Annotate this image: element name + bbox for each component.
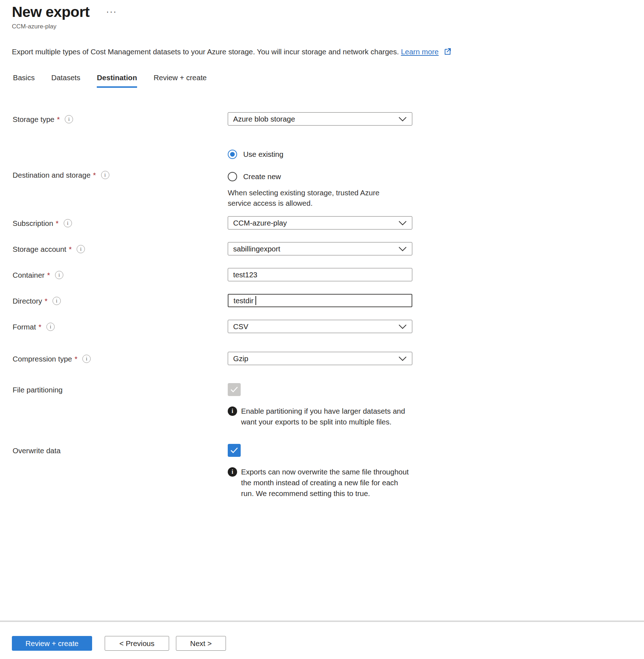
info-icon[interactable]: i (101, 171, 109, 179)
chevron-down-icon (398, 221, 407, 226)
chevron-down-icon (398, 117, 407, 122)
external-link-icon[interactable] (444, 47, 452, 55)
required-asterisk: * (57, 115, 60, 124)
info-icon[interactable]: i (65, 115, 73, 123)
radio-unselected-icon (228, 172, 237, 181)
more-options-icon[interactable]: ··· (106, 6, 117, 17)
file-partitioning-note-row: i Enable partitioning if you have larger… (0, 406, 644, 427)
storage-type-value: Azure blob storage (233, 115, 295, 123)
chevron-down-icon (398, 246, 407, 251)
storage-type-label: Storage type * i (13, 112, 228, 126)
subscription-row: Subscription * i CCM-azure-play (0, 216, 644, 229)
required-asterisk: * (93, 171, 96, 179)
breadcrumb-subtitle: CCM-azure-play (12, 23, 644, 30)
required-asterisk: * (38, 323, 41, 331)
page-title: New export (12, 4, 90, 21)
info-icon[interactable]: i (82, 355, 91, 363)
subscription-dropdown[interactable]: CCM-azure-play (228, 216, 412, 229)
destination-storage-radiogroup: Use existing Create new When selecting e… (228, 150, 412, 208)
storage-account-label: Storage account * i (13, 242, 228, 255)
previous-button[interactable]: < Previous (105, 636, 169, 651)
radio-create-new[interactable]: Create new (228, 172, 412, 181)
radio-selected-icon (228, 150, 237, 159)
info-filled-icon: i (228, 406, 237, 416)
directory-row: Directory * i (0, 294, 644, 307)
storage-account-value: sabillingexport (233, 245, 280, 253)
overwrite-data-label: Overwrite data (13, 444, 228, 457)
new-export-blade: New export ··· CCM-azure-play Export mul… (0, 0, 644, 659)
container-label: Container * i (13, 268, 228, 281)
tab-review-create[interactable]: Review + create (154, 73, 207, 88)
info-icon[interactable]: i (55, 271, 63, 279)
chevron-down-icon (398, 356, 407, 361)
required-asterisk: * (45, 297, 47, 305)
storage-account-dropdown[interactable]: sabillingexport (228, 242, 412, 255)
checkmark-icon (230, 386, 238, 393)
destination-storage-helper: When selecting existing storage, trusted… (228, 187, 400, 208)
checkmark-icon (230, 447, 238, 454)
wizard-tabs: Basics Datasets Destination Review + cre… (13, 73, 644, 88)
format-dropdown[interactable]: CSV (228, 320, 412, 333)
text-cursor (255, 296, 256, 305)
subscription-label: Subscription * i (13, 216, 228, 229)
overwrite-data-note: i Exports can now overwrite the same fil… (228, 467, 411, 499)
compression-type-label: Compression type * i (13, 352, 228, 365)
format-value: CSV (233, 322, 248, 331)
tab-destination[interactable]: Destination (97, 73, 137, 88)
info-icon[interactable]: i (77, 245, 85, 253)
overwrite-data-checkbox[interactable] (228, 444, 241, 457)
footer: Review + create < Previous Next > (0, 621, 644, 659)
compression-type-row: Compression type * i Gzip (0, 352, 644, 365)
description: Export multiple types of Cost Management… (12, 47, 644, 56)
header: New export ··· CCM-azure-play (0, 0, 644, 30)
container-input[interactable] (228, 268, 412, 281)
directory-label: Directory * i (13, 294, 228, 307)
info-icon[interactable]: i (46, 323, 55, 331)
overwrite-data-note-row: i Exports can now overwrite the same fil… (0, 467, 644, 499)
compression-type-dropdown[interactable]: Gzip (228, 352, 412, 365)
tab-datasets[interactable]: Datasets (51, 73, 80, 88)
file-partitioning-label: File partitioning (13, 383, 228, 396)
tab-basics[interactable]: Basics (13, 73, 35, 88)
storage-account-row: Storage account * i sabillingexport (0, 242, 644, 255)
review-create-button[interactable]: Review + create (12, 636, 92, 651)
next-button[interactable]: Next > (176, 636, 226, 651)
format-row: Format * i CSV (0, 320, 644, 333)
overwrite-data-row: Overwrite data (0, 444, 644, 457)
chevron-down-icon (398, 324, 407, 329)
file-partitioning-note: i Enable partitioning if you have larger… (228, 406, 411, 427)
storage-type-dropdown[interactable]: Azure blob storage (228, 112, 412, 126)
destination-form: Storage type * i Azure blob storage Dest… (0, 112, 644, 499)
radio-use-existing[interactable]: Use existing (228, 150, 412, 159)
required-asterisk: * (69, 245, 72, 254)
learn-more-link[interactable]: Learn more (401, 47, 439, 56)
required-asterisk: * (74, 355, 77, 363)
required-asterisk: * (56, 219, 59, 228)
info-filled-icon: i (228, 467, 237, 477)
destination-storage-label: Destination and storage * i (13, 150, 228, 208)
info-icon[interactable]: i (64, 219, 72, 227)
destination-storage-row: Destination and storage * i Use existing… (0, 150, 644, 208)
subscription-value: CCM-azure-play (233, 219, 287, 227)
storage-type-row: Storage type * i Azure blob storage (0, 112, 644, 126)
file-partitioning-row: File partitioning (0, 383, 644, 396)
file-partitioning-checkbox (228, 383, 241, 396)
format-label: Format * i (13, 320, 228, 333)
required-asterisk: * (47, 271, 50, 279)
info-icon[interactable]: i (53, 297, 61, 305)
compression-type-value: Gzip (233, 354, 248, 363)
container-row: Container * i (0, 268, 644, 281)
description-text: Export multiple types of Cost Management… (12, 47, 399, 56)
